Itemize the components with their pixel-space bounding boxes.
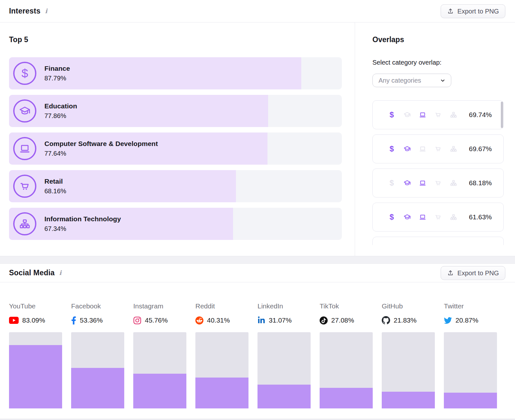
social-column-facebook: Facebook 53.36% (71, 303, 124, 408)
graduation-cap-icon (403, 111, 411, 119)
social-column-github: GitHub 21.83% (382, 303, 435, 408)
category-label: Information Technology (44, 215, 121, 223)
overlaps-panel: Overlaps Select category overlap: Any ca… (355, 23, 515, 256)
bar-fill (444, 393, 497, 408)
overlap-value: 69.74% (469, 111, 492, 119)
upload-icon (447, 8, 454, 14)
category-value: 77.86% (44, 112, 77, 120)
reddit-icon (195, 316, 203, 324)
social-column-twitter: Twitter 20.87% (444, 303, 497, 408)
export-png-button[interactable]: Export to PNG (441, 266, 505, 280)
overlaps-title: Overlaps (372, 35, 515, 44)
overlap-value: 61.63% (469, 213, 492, 221)
sitemap-icon (450, 145, 457, 153)
platform-value: 40.31% (207, 316, 230, 324)
top5-bar-chart: $ Finance 87.79% Education 77.86% (9, 57, 355, 240)
laptop-icon (419, 179, 426, 187)
overlap-row[interactable]: $ 68.18% (372, 169, 504, 197)
platform-name: TikTok (320, 303, 373, 309)
category-value: 87.79% (44, 75, 70, 82)
shopping-cart-icon (434, 179, 442, 187)
graduation-cap-icon (403, 145, 411, 153)
section-divider (0, 256, 515, 264)
overlap-row[interactable]: $ 69.67% (372, 134, 504, 163)
platform-value: 45.76% (145, 316, 168, 324)
platform-name: YouTube (9, 303, 62, 309)
platform-value: 27.08% (331, 316, 354, 324)
bar-track (195, 332, 248, 408)
sitemap-icon (450, 179, 457, 187)
top5-row-computer-software: Computer Software & Development 77.64% (9, 132, 342, 165)
shopping-cart-icon (434, 213, 442, 221)
bottom-divider (0, 419, 515, 420)
top5-row-retail: Retail 68.16% (9, 170, 342, 202)
bar-fill (133, 374, 186, 408)
interests-title: Interests (9, 7, 41, 15)
laptop-icon (419, 111, 426, 119)
top5-row-information-technology: Information Technology 67.34% (9, 208, 342, 240)
overlaps-scrollbar[interactable] (501, 102, 503, 128)
social-column-tiktok: TikTok 27.08% (320, 303, 373, 408)
export-png-label: Export to PNG (457, 269, 499, 277)
shopping-cart-icon (13, 175, 36, 198)
interests-body: Top 5 $ Finance 87.79% (0, 23, 515, 256)
overlap-row-partial[interactable] (372, 237, 504, 245)
bar-fill (71, 368, 124, 408)
sitemap-icon (450, 213, 457, 221)
category-label: Computer Software & Development (44, 140, 158, 148)
overlap-row[interactable]: $ 69.74% (372, 100, 504, 129)
tiktok-icon (320, 316, 328, 324)
overlap-value: 69.67% (469, 145, 492, 153)
bar-track (444, 332, 497, 408)
platform-name: Twitter (444, 303, 497, 309)
export-png-button[interactable]: Export to PNG (441, 4, 505, 18)
interests-header: Interests i Export to PNG (0, 0, 515, 23)
social-media-section: Social Media i Export to PNG YouTube 83.… (0, 264, 515, 419)
dollar-icon: $ (13, 62, 36, 85)
select-category-label: Select category overlap: (372, 59, 515, 66)
bar-fill (195, 378, 248, 408)
bar-fill (258, 385, 311, 408)
sitemap-icon (450, 111, 457, 119)
graduation-cap-icon (403, 213, 411, 221)
category-value: 77.64% (44, 150, 158, 157)
dollar-icon: $ (388, 213, 396, 221)
info-icon[interactable]: i (59, 269, 61, 276)
social-column-youtube: YouTube 83.09% (9, 303, 62, 408)
top5-row-education: Education 77.86% (9, 95, 342, 127)
category-overlap-dropdown[interactable]: Any categories (372, 74, 451, 87)
laptop-icon (419, 145, 426, 153)
upload-icon (447, 269, 454, 276)
social-column-instagram: Instagram 45.76% (133, 303, 186, 408)
bar-track (133, 332, 186, 408)
github-icon (382, 316, 390, 324)
top5-row-finance: $ Finance 87.79% (9, 57, 342, 89)
dollar-icon: $ (388, 179, 396, 187)
social-media-header: Social Media i Export to PNG (0, 264, 515, 282)
overlap-row[interactable]: $ 61.63% (372, 203, 504, 232)
overlap-value: 68.18% (469, 179, 492, 187)
social-column-linkedin: LinkedIn 31.07% (258, 303, 311, 408)
platform-value: 53.36% (80, 316, 103, 324)
sitemap-icon (13, 212, 36, 235)
category-value: 68.16% (44, 187, 66, 195)
platform-value: 21.83% (394, 316, 417, 324)
platform-value: 31.07% (269, 316, 292, 324)
social-media-chart: YouTube 83.09% Facebook 53.36% (0, 282, 515, 408)
twitter-icon (444, 316, 452, 324)
bar-track (382, 332, 435, 408)
category-value: 67.34% (44, 225, 121, 233)
top5-title: Top 5 (9, 35, 355, 44)
category-label: Education (44, 102, 77, 110)
chevron-down-icon (440, 78, 446, 84)
one2target-dashboard: Interests i Export to PNG Top 5 $ Financ… (0, 0, 515, 420)
top5-panel: Top 5 $ Finance 87.79% (0, 23, 355, 256)
platform-name: Facebook (71, 303, 124, 309)
info-icon[interactable]: i (45, 7, 47, 14)
bar-track (320, 332, 373, 408)
shopping-cart-icon (434, 145, 442, 153)
platform-name: Reddit (195, 303, 248, 309)
laptop-icon (419, 213, 426, 221)
overlaps-list: $ 69.74% $ 6 (372, 100, 504, 245)
platform-value: 20.87% (455, 316, 478, 324)
